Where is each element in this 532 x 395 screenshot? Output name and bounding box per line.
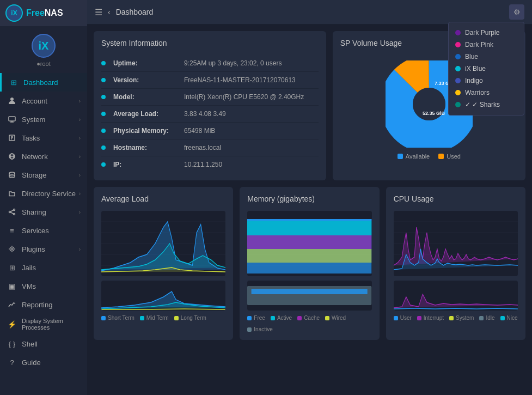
theme-dropdown: Dark Purple Dark Pink Blue iX Blue: [448, 22, 524, 116]
legend-dot: [417, 316, 421, 320]
sidebar-item-label: System: [22, 116, 45, 124]
chevron-icon: ›: [79, 135, 81, 141]
sidebar-item-label: Display System Processes: [22, 318, 81, 331]
theme-dark-pink[interactable]: Dark Pink: [455, 39, 517, 51]
legend-dot: [449, 316, 454, 320]
sidebar: iX FreeNAS iX ●root ⊞ Dashboard Account …: [0, 0, 87, 395]
svg-rect-39: [252, 289, 368, 294]
sidebar-item-storage[interactable]: Storage ›: [0, 166, 87, 184]
directory-icon: [7, 188, 17, 199]
legend-label: Used: [447, 153, 461, 160]
chevron-icon: ›: [79, 98, 81, 104]
sidebar-item-services[interactable]: ≡ Services: [0, 221, 87, 240]
info-row-ip: IP: 10.211.1.250: [101, 156, 319, 173]
sidebar-item-vms[interactable]: ▣ VMs: [0, 277, 87, 295]
sidebar-item-label: Reporting: [22, 301, 52, 309]
theme-label: Blue: [465, 53, 478, 60]
sidebar-item-sharing[interactable]: Sharing ›: [0, 203, 87, 221]
sidebar-item-shell[interactable]: { } Shell: [0, 335, 87, 353]
sidebar-item-guide[interactable]: ? Guide: [0, 353, 87, 372]
chevron-icon: ›: [79, 117, 81, 123]
sidebar-item-reporting[interactable]: Reporting: [0, 295, 87, 314]
legend-label: User: [400, 315, 412, 321]
chevron-icon: ›: [79, 191, 81, 197]
info-label: Uptime:: [113, 59, 184, 67]
sidebar-item-tasks[interactable]: Tasks ›: [0, 129, 87, 147]
theme-ix-blue[interactable]: iX Blue: [455, 63, 517, 75]
sidebar-item-jails[interactable]: ⊞ Jails: [0, 258, 87, 277]
sidebar-item-directory-service[interactable]: Directory Service ›: [0, 184, 87, 203]
sidebar-item-label: Account: [22, 97, 47, 105]
sidebar-item-network[interactable]: Network ›: [0, 147, 87, 166]
legend-dot: [297, 316, 302, 320]
sidebar-item-plugins[interactable]: Plugins ›: [0, 240, 87, 258]
avg-load-title: Average Load: [101, 195, 225, 203]
processes-icon: ⚡: [7, 319, 17, 330]
legend-label: Interrupt: [424, 315, 444, 321]
theme-label: iX Blue: [465, 65, 486, 72]
legend-inactive: Inactive: [247, 326, 272, 332]
legend-label: Mid Term: [146, 315, 169, 321]
sidebar-item-label: Jails: [22, 264, 36, 272]
avg-load-card: Average Load: [94, 187, 233, 340]
svg-point-17: [11, 248, 13, 250]
vms-icon: ▣: [7, 281, 17, 291]
sidebar-item-label: Shell: [22, 340, 38, 348]
chevron-icon: ›: [79, 209, 81, 215]
legend-label: Nice: [507, 315, 518, 321]
legend-cache: Cache: [297, 315, 320, 321]
svg-rect-1: [9, 117, 15, 121]
legend-user: User: [394, 315, 412, 321]
legend-nice: Nice: [500, 315, 518, 321]
sidebar-item-label: Guide: [22, 358, 41, 367]
legend-free: Free: [247, 315, 265, 321]
info-label: Average Load:: [113, 110, 184, 118]
user-profile: iX ●root: [0, 26, 87, 73]
legend-long-term: Long Term: [174, 315, 206, 321]
sidebar-item-system[interactable]: System ›: [0, 110, 87, 129]
info-value: Intel(R) Xeon(R) CPU E5620 @ 2.40GHz: [184, 93, 304, 101]
legend-label: Active: [277, 315, 292, 321]
theme-dark-purple[interactable]: Dark Purple: [455, 27, 517, 39]
main-content: ☰ ‹ Dashboard ⚙ Dark Purple Dark Pink: [87, 0, 532, 395]
legend-dot: [479, 316, 484, 320]
theme-label: Warriors: [465, 89, 490, 96]
legend-dot: [325, 316, 329, 320]
legend-used: Used: [438, 153, 461, 160]
gear-button[interactable]: ⚙: [509, 4, 524, 20]
memory-mini-svg: [247, 281, 371, 311]
hamburger-icon[interactable]: ☰: [95, 7, 102, 17]
info-indicator: [101, 129, 106, 133]
topbar-left: ☰ ‹ Dashboard: [95, 7, 153, 17]
account-icon: [7, 95, 17, 106]
theme-indigo[interactable]: Indigo: [455, 75, 517, 87]
memory-mini-chart: [247, 281, 371, 311]
svg-point-12: [14, 209, 15, 211]
theme-label: Indigo: [465, 77, 483, 84]
theme-sharks[interactable]: ✓ Sharks: [455, 99, 517, 111]
info-indicator: [101, 162, 106, 167]
info-row-version: Version: FreeNAS-11-MASTER-201712070613: [101, 72, 319, 89]
sidebar-item-label: VMs: [22, 282, 36, 290]
legend-label: Wired: [332, 315, 346, 321]
svg-point-13: [9, 211, 11, 213]
sidebar-item-display-system-processes[interactable]: ⚡ Display System Processes: [0, 314, 87, 335]
legend-color-dot: [438, 154, 444, 159]
system-info-title: System Information: [101, 39, 319, 47]
sidebar-item-dashboard[interactable]: ⊞ Dashboard: [0, 73, 87, 92]
back-icon[interactable]: ‹: [108, 8, 111, 16]
cpu-svg: [394, 211, 518, 276]
legend-label: Long Term: [181, 315, 206, 321]
memory-title: Memory (gigabytes): [247, 195, 371, 203]
legend-wired: Wired: [325, 315, 346, 321]
info-value: 65498 MiB: [184, 127, 215, 135]
app-container: iX FreeNAS iX ●root ⊞ Dashboard Account …: [0, 0, 532, 395]
theme-label: Dark Purple: [465, 29, 499, 37]
svg-point-0: [10, 98, 14, 101]
theme-warriors[interactable]: Warriors: [455, 87, 517, 99]
theme-blue[interactable]: Blue: [455, 51, 517, 63]
legend-label: Short Term: [108, 315, 134, 321]
sidebar-item-account[interactable]: Account ›: [0, 92, 87, 110]
theme-color-dot: [455, 42, 461, 47]
sidebar-navigation: ⊞ Dashboard Account › System ›: [0, 73, 87, 395]
